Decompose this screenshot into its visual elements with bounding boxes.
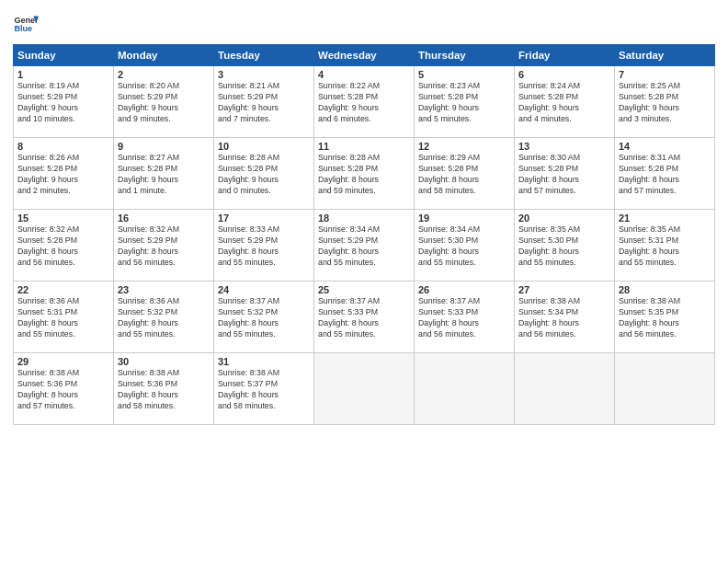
calendar-cell: 29Sunrise: 8:38 AMSunset: 5:36 PMDayligh… [14,353,114,425]
calendar-cell: 2Sunrise: 8:20 AMSunset: 5:29 PMDaylight… [114,66,214,138]
day-number: 22 [17,284,109,295]
calendar-cell: 28Sunrise: 8:38 AMSunset: 5:35 PMDayligh… [615,282,715,353]
cell-details: Sunrise: 8:33 AMSunset: 5:29 PMDaylight:… [218,224,310,269]
cell-details: Sunrise: 8:28 AMSunset: 5:28 PMDaylight:… [318,153,410,197]
calendar-cell: 26Sunrise: 8:37 AMSunset: 5:33 PMDayligh… [415,282,515,353]
calendar-cell: 31Sunrise: 8:38 AMSunset: 5:37 PMDayligh… [214,353,314,425]
calendar-cell: 22Sunrise: 8:36 AMSunset: 5:31 PMDayligh… [14,282,114,353]
calendar-cell [415,353,515,425]
cell-details: Sunrise: 8:31 AMSunset: 5:28 PMDaylight:… [619,153,711,197]
day-number: 12 [418,141,510,152]
calendar-cell: 17Sunrise: 8:33 AMSunset: 5:29 PMDayligh… [214,210,314,282]
cell-details: Sunrise: 8:37 AMSunset: 5:32 PMDaylight:… [218,296,310,340]
day-number: 13 [518,141,610,152]
header: General Blue [13,11,715,37]
calendar-cell: 18Sunrise: 8:34 AMSunset: 5:29 PMDayligh… [314,210,415,282]
calendar-cell: 9Sunrise: 8:27 AMSunset: 5:28 PMDaylight… [114,138,214,210]
calendar-cell [615,353,715,425]
cell-details: Sunrise: 8:38 AMSunset: 5:34 PMDaylight:… [518,296,610,340]
day-number: 27 [518,284,610,295]
cell-details: Sunrise: 8:24 AMSunset: 5:28 PMDaylight:… [518,81,610,125]
cell-details: Sunrise: 8:20 AMSunset: 5:29 PMDaylight:… [118,81,210,125]
calendar-cell: 16Sunrise: 8:32 AMSunset: 5:29 PMDayligh… [114,210,214,282]
day-number: 24 [218,284,310,295]
cell-details: Sunrise: 8:38 AMSunset: 5:36 PMDaylight:… [17,368,109,412]
weekday-header-tuesday: Tuesday [214,45,314,66]
day-number: 28 [619,284,711,295]
day-number: 2 [118,69,210,80]
calendar-cell: 15Sunrise: 8:32 AMSunset: 5:28 PMDayligh… [14,210,114,282]
cell-details: Sunrise: 8:36 AMSunset: 5:32 PMDaylight:… [118,296,210,340]
day-number: 10 [218,141,310,152]
cell-details: Sunrise: 8:32 AMSunset: 5:29 PMDaylight:… [118,224,210,269]
cell-details: Sunrise: 8:37 AMSunset: 5:33 PMDaylight:… [418,296,510,340]
calendar-cell: 6Sunrise: 8:24 AMSunset: 5:28 PMDaylight… [515,66,615,138]
cell-details: Sunrise: 8:34 AMSunset: 5:29 PMDaylight:… [318,224,410,269]
day-number: 31 [218,356,310,367]
calendar-cell: 11Sunrise: 8:28 AMSunset: 5:28 PMDayligh… [314,138,415,210]
calendar-cell [515,353,615,425]
cell-details: Sunrise: 8:23 AMSunset: 5:28 PMDaylight:… [418,81,510,125]
weekday-header-saturday: Saturday [615,45,715,66]
calendar-cell: 23Sunrise: 8:36 AMSunset: 5:32 PMDayligh… [114,282,214,353]
day-number: 25 [318,284,410,295]
logo: General Blue [13,11,39,37]
calendar-cell: 20Sunrise: 8:35 AMSunset: 5:30 PMDayligh… [515,210,615,282]
weekday-header-sunday: Sunday [14,45,114,66]
day-number: 6 [518,69,610,80]
calendar-cell: 30Sunrise: 8:38 AMSunset: 5:36 PMDayligh… [114,353,214,425]
calendar-cell: 8Sunrise: 8:26 AMSunset: 5:28 PMDaylight… [14,138,114,210]
calendar-cell: 19Sunrise: 8:34 AMSunset: 5:30 PMDayligh… [415,210,515,282]
weekday-header-monday: Monday [114,45,214,66]
cell-details: Sunrise: 8:29 AMSunset: 5:28 PMDaylight:… [418,153,510,197]
day-number: 14 [619,141,711,152]
day-number: 21 [619,213,711,224]
day-number: 3 [218,69,310,80]
day-number: 11 [318,141,410,152]
day-number: 5 [418,69,510,80]
calendar-cell: 1Sunrise: 8:19 AMSunset: 5:29 PMDaylight… [14,66,114,138]
day-number: 8 [17,141,109,152]
svg-text:Blue: Blue [14,24,32,33]
cell-details: Sunrise: 8:30 AMSunset: 5:28 PMDaylight:… [518,153,610,197]
cell-details: Sunrise: 8:32 AMSunset: 5:28 PMDaylight:… [17,224,109,269]
cell-details: Sunrise: 8:21 AMSunset: 5:29 PMDaylight:… [218,81,310,125]
cell-details: Sunrise: 8:38 AMSunset: 5:37 PMDaylight:… [218,368,310,412]
cell-details: Sunrise: 8:27 AMSunset: 5:28 PMDaylight:… [118,153,210,197]
day-number: 20 [518,213,610,224]
calendar-cell: 27Sunrise: 8:38 AMSunset: 5:34 PMDayligh… [515,282,615,353]
weekday-header-friday: Friday [515,45,615,66]
cell-details: Sunrise: 8:26 AMSunset: 5:28 PMDaylight:… [17,153,109,197]
day-number: 23 [118,284,210,295]
day-number: 29 [17,356,109,367]
calendar-cell: 7Sunrise: 8:25 AMSunset: 5:28 PMDaylight… [615,66,715,138]
weekday-header-thursday: Thursday [415,45,515,66]
day-number: 18 [318,213,410,224]
day-number: 30 [118,356,210,367]
calendar-cell: 24Sunrise: 8:37 AMSunset: 5:32 PMDayligh… [214,282,314,353]
calendar-cell: 12Sunrise: 8:29 AMSunset: 5:28 PMDayligh… [415,138,515,210]
calendar-table: SundayMondayTuesdayWednesdayThursdayFrid… [13,44,715,425]
day-number: 16 [118,213,210,224]
cell-details: Sunrise: 8:37 AMSunset: 5:33 PMDaylight:… [318,296,410,340]
cell-details: Sunrise: 8:19 AMSunset: 5:29 PMDaylight:… [17,81,109,125]
cell-details: Sunrise: 8:35 AMSunset: 5:31 PMDaylight:… [619,224,711,269]
page: General Blue SundayMondayTuesdayWednesda… [0,0,728,563]
weekday-header-wednesday: Wednesday [314,45,415,66]
cell-details: Sunrise: 8:34 AMSunset: 5:30 PMDaylight:… [418,224,510,269]
calendar-cell: 4Sunrise: 8:22 AMSunset: 5:28 PMDaylight… [314,66,415,138]
cell-details: Sunrise: 8:25 AMSunset: 5:28 PMDaylight:… [619,81,711,125]
cell-details: Sunrise: 8:22 AMSunset: 5:28 PMDaylight:… [318,81,410,125]
calendar-cell: 13Sunrise: 8:30 AMSunset: 5:28 PMDayligh… [515,138,615,210]
day-number: 9 [118,141,210,152]
day-number: 15 [17,213,109,224]
calendar-cell: 21Sunrise: 8:35 AMSunset: 5:31 PMDayligh… [615,210,715,282]
calendar-cell: 3Sunrise: 8:21 AMSunset: 5:29 PMDaylight… [214,66,314,138]
day-number: 19 [418,213,510,224]
calendar-cell: 14Sunrise: 8:31 AMSunset: 5:28 PMDayligh… [615,138,715,210]
cell-details: Sunrise: 8:28 AMSunset: 5:28 PMDaylight:… [218,153,310,197]
calendar-cell: 10Sunrise: 8:28 AMSunset: 5:28 PMDayligh… [214,138,314,210]
calendar-cell: 5Sunrise: 8:23 AMSunset: 5:28 PMDaylight… [415,66,515,138]
logo-icon: General Blue [13,11,39,37]
calendar-cell [314,353,415,425]
